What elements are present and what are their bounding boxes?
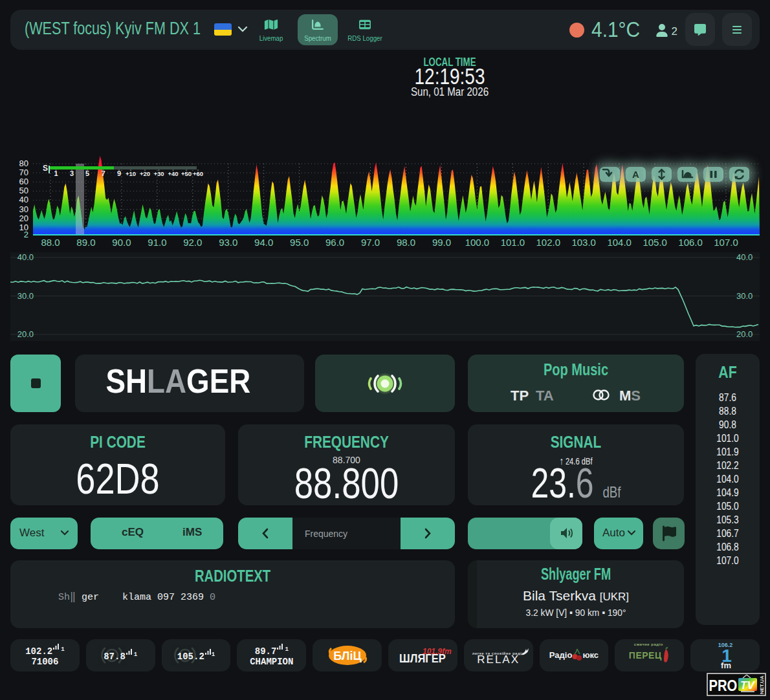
- svg-text:БЛіЦ: БЛіЦ: [333, 650, 362, 662]
- svg-text:30.0: 30.0: [17, 291, 34, 301]
- svg-text:NET.UA: NET.UA: [759, 675, 765, 694]
- svg-text:30.0: 30.0: [736, 291, 753, 301]
- svg-text:20.0: 20.0: [17, 329, 34, 339]
- svg-text:fm: fm: [721, 661, 731, 670]
- svg-text:20.0: 20.0: [736, 329, 753, 339]
- svg-text:40.0: 40.0: [736, 252, 753, 262]
- svg-text:PRO: PRO: [709, 677, 738, 695]
- svg-text:40.0: 40.0: [17, 252, 34, 262]
- svg-text:TV: TV: [740, 679, 755, 692]
